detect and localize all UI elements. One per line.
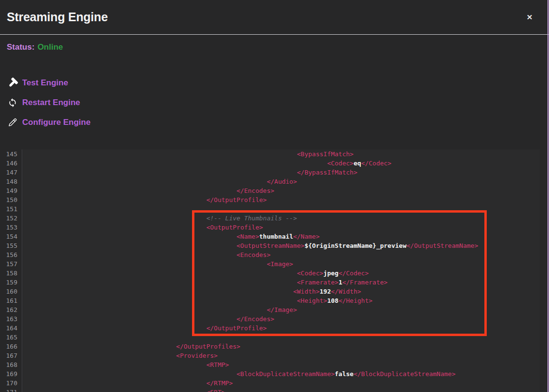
code-text: <Name>thumbnail</Name>	[22, 232, 540, 241]
test-engine-button[interactable]: Test Engine	[7, 77, 91, 89]
code-line: 170 </RTMP>	[0, 378, 540, 388]
line-number: 154	[0, 232, 22, 241]
line-number: 148	[0, 177, 22, 186]
code-text: <BypassIfMatch>	[22, 149, 540, 159]
code-text: <OutputStreamName>${OriginStreamName}_pr…	[22, 241, 540, 250]
line-number: 150	[0, 195, 22, 204]
code-line: 146 <Codec>eq</Codec>	[0, 159, 540, 168]
code-text: <RTMP>	[22, 360, 540, 369]
modal-header: Streaming Engine ✕	[0, 0, 549, 35]
code-line: 164 </OutputProfile>	[0, 324, 540, 333]
code-text: <Providers>	[22, 351, 540, 360]
line-number: 168	[0, 360, 22, 369]
close-button[interactable]: ✕	[524, 12, 535, 23]
code-text: <Codec>jpeg</Codec>	[22, 269, 540, 278]
status-badge: Online	[38, 42, 63, 52]
line-number: 159	[0, 278, 22, 287]
line-number: 164	[0, 324, 22, 333]
line-number: 155	[0, 241, 22, 250]
code-line: 163 </Encodes>	[0, 314, 540, 324]
right-edge-accent	[548, 0, 549, 392]
action-label: Configure Engine	[22, 118, 91, 127]
restart-icon	[7, 98, 18, 108]
line-number: 146	[0, 159, 22, 168]
code-line: 159 <Framerate>1</Framerate>	[0, 278, 540, 287]
code-lines: 145 <BypassIfMatch>146 <Codec>eq</Codec>…	[0, 149, 540, 392]
code-line: 156 <Encodes>	[0, 250, 540, 259]
code-line: 169 <BlockDuplicateStreamName>false</Blo…	[0, 369, 540, 378]
action-label: Test Engine	[22, 78, 68, 88]
restart-engine-button[interactable]: Restart Engine	[7, 97, 91, 108]
code-text: </BypassIfMatch>	[22, 168, 540, 177]
code-line: 157 <Image>	[0, 259, 540, 269]
code-text: <Framerate>1</Framerate>	[22, 278, 540, 287]
line-number: 145	[0, 149, 22, 159]
line-number: 158	[0, 269, 22, 278]
status-label: Status:	[7, 42, 35, 52]
code-line: 154 <Name>thumbnail</Name>	[0, 232, 540, 241]
code-text: </Image>	[22, 305, 540, 314]
line-number: 152	[0, 214, 22, 223]
code-viewer[interactable]: 145 <BypassIfMatch>146 <Codec>eq</Codec>…	[0, 149, 540, 392]
code-text: </OutputProfile>	[22, 324, 540, 333]
line-number: 151	[0, 204, 22, 214]
hammer-icon	[7, 78, 18, 88]
pencil-icon	[7, 118, 18, 127]
configure-engine-button[interactable]: Configure Engine	[7, 117, 91, 128]
line-number: 156	[0, 250, 22, 259]
code-line: 145 <BypassIfMatch>	[0, 149, 540, 159]
code-line: 149 </Encodes>	[0, 186, 540, 195]
action-label: Restart Engine	[22, 98, 80, 108]
code-line: 161 <Height>108</Height>	[0, 296, 540, 305]
line-number: 160	[0, 287, 22, 296]
code-text: </RTMP>	[22, 378, 540, 388]
code-line: 155 <OutputStreamName>${OriginStreamName…	[0, 241, 540, 250]
code-text: </Audio>	[22, 177, 540, 186]
code-line: 152 <!-- Live Thumbnails -->	[0, 214, 540, 223]
code-text: <OutputProfile>	[22, 223, 540, 232]
line-number: 170	[0, 378, 22, 388]
line-number: 161	[0, 296, 22, 305]
line-number: 162	[0, 305, 22, 314]
code-line: 147 </BypassIfMatch>	[0, 168, 540, 177]
code-text: </OutputProfile>	[22, 195, 540, 204]
code-line: 153 <OutputProfile>	[0, 223, 540, 232]
code-line: 165	[0, 333, 540, 342]
line-number: 149	[0, 186, 22, 195]
code-text	[22, 333, 540, 342]
line-number: 167	[0, 351, 22, 360]
code-text: </Encodes>	[22, 186, 540, 195]
page-title: Streaming Engine	[7, 10, 108, 24]
code-text: <!-- Live Thumbnails -->	[22, 214, 540, 223]
code-text: </Encodes>	[22, 314, 540, 324]
code-line: 168 <RTMP>	[0, 360, 540, 369]
code-line: 162 </Image>	[0, 305, 540, 314]
line-number: 153	[0, 223, 22, 232]
line-number: 171	[0, 388, 22, 392]
code-line: 158 <Codec>jpeg</Codec>	[0, 269, 540, 278]
code-line: 148 </Audio>	[0, 177, 540, 186]
line-number: 147	[0, 168, 22, 177]
status-row: Status:Online	[7, 42, 63, 52]
code-line: 166 </OutputProfiles>	[0, 342, 540, 351]
code-text: <Codec>eq</Codec>	[22, 159, 540, 168]
code-text: <BlockDuplicateStreamName>false</BlockDu…	[22, 369, 540, 378]
code-text: <Encodes>	[22, 250, 540, 259]
code-text: <Width>192</Width>	[22, 287, 540, 296]
code-text: </OutputProfiles>	[22, 342, 540, 351]
engine-actions: Test Engine Restart Engine Configure Eng…	[7, 77, 91, 136]
code-text	[22, 204, 540, 214]
line-number: 165	[0, 333, 22, 342]
line-number: 166	[0, 342, 22, 351]
code-line: 171 <SRT>	[0, 388, 540, 392]
code-text: <Height>108</Height>	[22, 296, 540, 305]
code-line: 151	[0, 204, 540, 214]
line-number: 157	[0, 259, 22, 269]
code-text: <Image>	[22, 259, 540, 269]
streaming-engine-modal: Streaming Engine ✕ Status:Online Test En…	[0, 0, 549, 392]
code-line: 150 </OutputProfile>	[0, 195, 540, 204]
code-text: <SRT>	[22, 388, 540, 392]
code-line: 167 <Providers>	[0, 351, 540, 360]
code-line: 160 <Width>192</Width>	[0, 287, 540, 296]
line-number: 169	[0, 369, 22, 378]
